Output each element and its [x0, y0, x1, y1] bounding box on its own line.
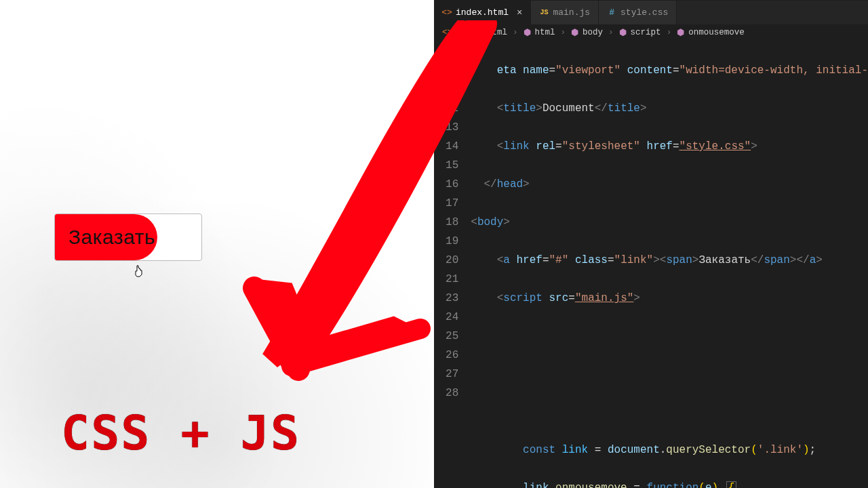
- tab-style-css[interactable]: # style.css: [599, 1, 677, 24]
- breadcrumb-item[interactable]: script: [631, 28, 661, 37]
- chevron-right-icon: ›: [561, 28, 566, 37]
- tab-label: style.css: [620, 7, 668, 18]
- line-number: 19: [434, 232, 458, 251]
- line-number: 26: [434, 346, 458, 365]
- order-button-label: Заказать: [68, 226, 155, 249]
- line-number: 23: [434, 289, 458, 308]
- code-content[interactable]: eta name="viewport" content="width=devic…: [471, 42, 868, 488]
- line-number: 20: [434, 251, 458, 270]
- code-line: [471, 403, 868, 422]
- line-number-gutter: 6 7 8 12 13 14 15 16 17 18 19 20 21 23 2…: [434, 42, 471, 488]
- tab-label: index.html: [456, 7, 509, 18]
- line-number: 17: [434, 194, 458, 213]
- line-number: 16: [434, 175, 458, 194]
- line-number: 18: [434, 213, 458, 232]
- line-number: 14: [434, 137, 458, 156]
- breadcrumb-item[interactable]: onmousemove: [688, 28, 745, 37]
- line-number: 7: [434, 61, 458, 80]
- code-line: <a href="#" class="link"><span>Заказать<…: [471, 251, 868, 270]
- tab-label: main.js: [553, 7, 590, 18]
- line-number: 24: [434, 308, 458, 327]
- css-icon: #: [607, 8, 616, 18]
- line-number: 25: [434, 327, 458, 346]
- code-line: </head>: [471, 175, 868, 194]
- chevron-right-icon: ›: [667, 28, 672, 37]
- tab-main-js[interactable]: JS main.js: [531, 1, 599, 24]
- symbol-icon: ⬢: [619, 27, 627, 38]
- line-number: 27: [434, 365, 458, 384]
- order-button[interactable]: Заказать: [54, 214, 202, 261]
- code-line: [471, 327, 868, 346]
- line-number: 21: [434, 270, 458, 289]
- preview-pane: Заказать CSS + JS: [0, 0, 434, 488]
- tab-index-html[interactable]: <> index.html ×: [434, 1, 531, 24]
- breadcrumb: <> index.html › ⬢ html › ⬢ body › ⬢ scri…: [434, 24, 868, 41]
- code-line: link.onmousemove = function(e) {: [471, 479, 868, 488]
- line-number: 12: [434, 99, 458, 118]
- code-line: const link = document.querySelector('.li…: [471, 441, 868, 460]
- cursor-pointer-icon: [133, 264, 144, 278]
- code-line: eta name="viewport" content="width=devic…: [471, 61, 868, 80]
- html-icon: <>: [442, 28, 452, 37]
- line-number: 13: [434, 118, 458, 137]
- tab-bar: <> index.html × JS main.js # style.css: [434, 0, 868, 24]
- editor-pane: <> index.html × JS main.js # style.css <…: [434, 0, 868, 488]
- breadcrumb-file[interactable]: index.html: [456, 28, 507, 37]
- line-number: 28: [434, 384, 458, 403]
- line-number: 6: [434, 42, 458, 61]
- js-icon: JS: [539, 8, 549, 18]
- thumbnail-title: CSS + JS: [61, 405, 300, 461]
- breadcrumb-item[interactable]: html: [535, 28, 555, 37]
- code-line: <script src="main.js">: [471, 289, 868, 308]
- close-icon[interactable]: ×: [517, 8, 522, 18]
- symbol-icon: ⬢: [571, 27, 578, 38]
- chevron-right-icon: ›: [513, 28, 518, 37]
- breadcrumb-item[interactable]: body: [583, 28, 603, 37]
- symbol-icon: ⬢: [677, 27, 684, 38]
- code-line: <link rel="stylesheet" href="style.css">: [471, 137, 868, 156]
- chevron-right-icon: ›: [608, 28, 614, 37]
- symbol-icon: ⬢: [524, 27, 531, 38]
- code-line: <body>: [471, 213, 868, 232]
- code-editor[interactable]: 6 7 8 12 13 14 15 16 17 18 19 20 21 23 2…: [434, 41, 868, 488]
- code-line: [471, 365, 868, 384]
- line-number: 8: [434, 80, 458, 99]
- line-number: 15: [434, 156, 458, 175]
- code-line: <title>Document</title>: [471, 99, 868, 118]
- html-icon: <>: [442, 8, 452, 18]
